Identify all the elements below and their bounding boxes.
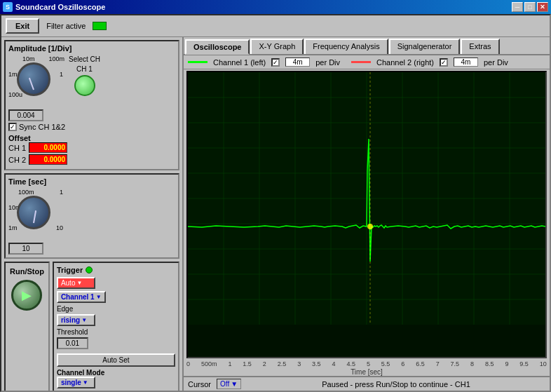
- amplitude-knob-area: 10m 100m 1m 1 100u: [8, 55, 64, 108]
- ch2-per-div-input[interactable]: [454, 58, 478, 67]
- x-label-3: 3: [297, 360, 301, 367]
- time-knob-area: 100m 1 10m 1m 10: [8, 189, 64, 241]
- x-label-5-5: 5.5: [381, 360, 390, 367]
- window-controls[interactable]: ─ □ ✕: [512, 2, 548, 12]
- time-section: Time [sec] 100m 1 10m 1m 10 10: [4, 173, 179, 259]
- x-label-500m: 500m: [201, 360, 217, 367]
- channel-mode-label: Channel Mode: [57, 369, 175, 377]
- ch1-checkbox[interactable]: ✓: [271, 58, 280, 67]
- tab-extras[interactable]: Extras: [461, 39, 499, 54]
- exit-button[interactable]: Exit: [6, 18, 39, 34]
- trigger-edge-dropdown[interactable]: rising ▼: [57, 314, 95, 326]
- trigger-edge-row: rising ▼: [57, 314, 175, 326]
- sync-checkbox[interactable]: ✓: [8, 123, 17, 131]
- auto-set-button[interactable]: Auto Set: [57, 353, 175, 367]
- channel-mode-dropdown[interactable]: single ▼: [57, 377, 95, 388]
- status-text: Paused - press Run/Stop to continue - CH…: [247, 380, 545, 388]
- cursor-label: Cursor: [188, 380, 211, 388]
- oscilloscope-grid: [188, 72, 545, 325]
- ch2-per-div-unit: per Div: [484, 58, 508, 67]
- ch2-color-line: [351, 61, 371, 63]
- trigger-mode-dropdown[interactable]: Auto ▼: [57, 277, 95, 289]
- offset-label: Offset: [8, 134, 31, 142]
- tab-oscilloscope[interactable]: Oscilloscope: [185, 39, 250, 55]
- minimize-button[interactable]: ─: [512, 2, 523, 12]
- tab-frequency-analysis[interactable]: Frequency Analysis: [304, 39, 388, 54]
- cursor-arrow: ▼: [231, 380, 238, 388]
- top-row: Exit Filter active: [1, 15, 550, 37]
- time-label-100m: 100m: [18, 189, 34, 196]
- threshold-label: Threshold: [57, 328, 175, 336]
- amp-label-1m: 1m: [8, 71, 18, 78]
- tab-signalgenerator[interactable]: Signalgenerator: [389, 39, 461, 54]
- ch2-offset-input[interactable]: 0.0000: [29, 154, 67, 165]
- x-label-7-5: 7.5: [451, 360, 460, 367]
- left-panel: Amplitude [1/Div] 10m 100m 1m 1 100u: [1, 37, 184, 391]
- ch1-offset-row: CH 1 0.0000: [8, 142, 175, 153]
- threshold-input[interactable]: 0.01: [57, 337, 88, 349]
- maximize-button[interactable]: □: [524, 2, 536, 12]
- amp-label-100m: 100m: [48, 55, 64, 62]
- trigger-threshold-row: 0.01: [57, 337, 175, 349]
- trigger-channel-dropdown[interactable]: Channel 1 ▼: [57, 291, 106, 303]
- offset-section: Offset CH 1 0.0000 CH 2 0.0000: [8, 134, 175, 165]
- x-label-0: 0: [186, 360, 190, 367]
- ch1-per-div-input[interactable]: [285, 58, 310, 67]
- sync-row: ✓ Sync CH 1&2: [8, 123, 175, 131]
- trigger-led: [86, 266, 93, 273]
- sync-label: Sync CH 1&2: [19, 123, 65, 131]
- trigger-section: Trigger Auto ▼ Channel 1 ▼: [53, 262, 179, 391]
- bottom-left-area: Run/Stop ▶ Trigger Auto ▼: [4, 262, 179, 391]
- ch1-per-div-unit: per Div: [315, 58, 340, 67]
- ch1-offset-label: CH 1: [8, 144, 26, 152]
- x-label-9-5: 9.5: [519, 360, 529, 367]
- trigger-header: Trigger: [57, 266, 175, 274]
- ch2-offset-label: CH 2: [8, 156, 26, 164]
- cursor-value: Off: [220, 380, 229, 388]
- ch1-offset-input[interactable]: 0.0000: [29, 142, 67, 153]
- time-knob[interactable]: [17, 196, 50, 229]
- run-stop-button[interactable]: ▶: [11, 280, 42, 311]
- tabs-row: Oscilloscope X-Y Graph Frequency Analysi…: [184, 37, 550, 55]
- x-label-9: 9: [505, 360, 508, 367]
- trigger-channel-row: Channel 1 ▼: [57, 291, 175, 303]
- time-label-1: 1: [60, 189, 63, 196]
- run-stop-title: Run/Stop: [10, 267, 44, 276]
- ch2-checkbox[interactable]: ✓: [440, 58, 448, 67]
- x-label-6: 6: [401, 360, 404, 367]
- tab-xy-graph[interactable]: X-Y Graph: [250, 39, 304, 54]
- amp-label-1: 1: [60, 71, 63, 78]
- time-title: Time [sec]: [8, 177, 175, 186]
- x-label-2: 2: [263, 360, 266, 367]
- ch1-row-label: Channel 1 (left): [213, 58, 266, 67]
- close-button[interactable]: ✕: [537, 2, 548, 12]
- right-panel: Oscilloscope X-Y Graph Frequency Analysi…: [184, 37, 550, 391]
- amplitude-value-input[interactable]: 0.004: [8, 109, 43, 121]
- trigger-title: Trigger: [57, 266, 83, 274]
- amplitude-title: Amplitude [1/Div]: [8, 44, 175, 53]
- x-label-1: 1: [228, 360, 231, 367]
- main-window: Exit Filter active Amplitude [1/Div] 10m…: [0, 14, 551, 392]
- select-ch-label: Select CH: [69, 55, 100, 63]
- x-label-8: 8: [470, 360, 474, 367]
- x-axis-labels: 0 500m 1 1.5 2 2.5 3 3.5 4 4.5 5 5.5 6 6…: [184, 360, 550, 368]
- window-title: Soundcard Oszilloscope: [15, 3, 509, 11]
- x-label-5: 5: [367, 360, 370, 367]
- ch1-color-line: [188, 61, 208, 63]
- x-label-6-5: 6.5: [416, 360, 425, 367]
- amp-label-100u: 100u: [8, 91, 22, 98]
- x-label-1-5: 1.5: [243, 360, 252, 367]
- filter-led: [93, 22, 107, 30]
- amp-label-10m: 10m: [22, 55, 35, 62]
- channel-mode-row: single ▼: [57, 377, 175, 388]
- time-value-input[interactable]: 10: [8, 243, 43, 255]
- channel-row: Channel 1 (left) ✓ per Div Channel 2 (ri…: [184, 55, 550, 69]
- ch2-offset-row: CH 2 0.0000: [8, 154, 175, 165]
- trigger-mode-row: Auto ▼: [57, 277, 175, 289]
- amplitude-knob[interactable]: [17, 62, 50, 96]
- cursor-dropdown[interactable]: Off ▼: [217, 379, 241, 389]
- time-label-1m: 1m: [8, 224, 18, 231]
- ch1-indicator: [74, 75, 95, 96]
- oscilloscope-display: [186, 71, 547, 358]
- amplitude-section: Amplitude [1/Div] 10m 100m 1m 1 100u: [4, 40, 179, 170]
